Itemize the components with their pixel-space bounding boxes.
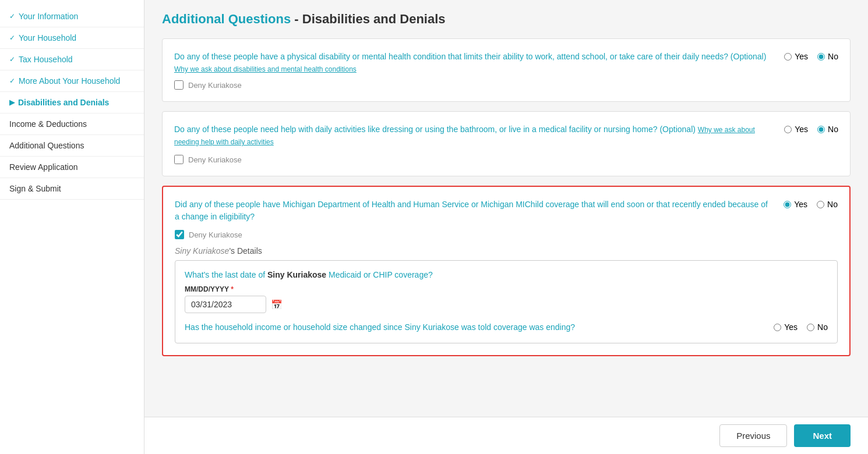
michigan-yes-label: Yes xyxy=(794,200,807,209)
sidebar-item-additional-questions[interactable]: Additional Questions xyxy=(0,135,144,157)
michigan-question-text: Did any of these people have Michigan De… xyxy=(175,200,768,221)
income-radio-group: Yes No xyxy=(774,321,828,332)
question-1-checkbox-row: Deny Kuriakose xyxy=(174,80,838,90)
question-1-yes-radio[interactable] xyxy=(784,53,792,61)
sidebar-label-tax-household: Tax Household xyxy=(19,55,73,64)
income-yes-radio[interactable] xyxy=(774,324,781,331)
sidebar-label-your-household: Your Household xyxy=(19,33,76,42)
question-1-no-radio[interactable] xyxy=(817,53,825,61)
sidebar-label-income-deductions: Income & Deductions xyxy=(9,119,87,129)
question-1-checkbox[interactable] xyxy=(174,80,184,90)
arrow-icon: ▶ xyxy=(9,98,15,107)
date-input[interactable] xyxy=(185,296,266,313)
michigan-checkbox-row: Deny Kuriakose xyxy=(175,230,838,239)
sidebar-item-income-deductions[interactable]: Income & Deductions xyxy=(0,114,144,135)
question-2-why-link[interactable]: Why we ask about needing help with daily… xyxy=(174,126,755,146)
sidebar-label-review-application: Review Application xyxy=(9,162,78,172)
sidebar-item-review-application[interactable]: Review Application xyxy=(0,157,144,178)
sidebar-label-your-information: Your Information xyxy=(19,12,78,21)
page-title-rest: - Disabilities and Denials xyxy=(291,12,445,26)
coverage-person-inline: Siny Kuriakose xyxy=(267,270,326,279)
question-2-checkbox-row: Deny Kuriakose xyxy=(174,155,838,164)
question-1-radio-group: Yes No xyxy=(784,51,838,61)
michigan-no-option[interactable]: No xyxy=(817,200,838,209)
sidebar-item-your-household[interactable]: ✓ Your Household xyxy=(0,27,144,49)
question-1-why-link[interactable]: Why we ask about disabilities and mental… xyxy=(174,65,766,73)
page-title: Additional Questions - Disabilities and … xyxy=(162,12,851,27)
michigan-yes-option[interactable]: Yes xyxy=(784,200,807,209)
checkmark-icon: ✓ xyxy=(9,55,15,63)
question-1-checkbox-label: Deny Kuriakose xyxy=(188,81,242,90)
previous-button[interactable]: Previous xyxy=(719,424,787,447)
details-inner-box: What's the last date of Siny Kuriakose M… xyxy=(175,260,838,343)
michigan-checkbox[interactable] xyxy=(175,230,184,239)
next-button[interactable]: Next xyxy=(794,424,851,447)
footer: Previous Next xyxy=(144,417,868,454)
calendar-icon[interactable]: 📅 xyxy=(271,299,283,310)
question-2-text: Do any of these people need help with da… xyxy=(174,125,755,146)
sidebar-label-additional-questions: Additional Questions xyxy=(9,141,84,150)
michigan-no-radio[interactable] xyxy=(817,201,824,208)
checkmark-icon: ✓ xyxy=(9,77,15,85)
question-2-checkbox[interactable] xyxy=(174,155,184,164)
main-content: Additional Questions - Disabilities and … xyxy=(144,0,868,454)
sidebar: ✓ Your Information ✓ Your Household ✓ Ta… xyxy=(0,0,144,454)
michigan-radio-group: Yes No xyxy=(784,198,838,209)
question-2-radio-group: Yes No xyxy=(784,123,838,134)
question-2-no-label: No xyxy=(828,125,838,134)
page-title-highlight: Additional Questions xyxy=(162,12,291,26)
michigan-yes-radio[interactable] xyxy=(784,201,791,208)
question-1-no-label: No xyxy=(828,52,838,61)
michigan-checkbox-label: Deny Kuriakose xyxy=(189,230,242,239)
question-1-text: Do any of these people have a physical d… xyxy=(174,52,766,61)
income-question-row: Has the household income or household si… xyxy=(185,321,828,334)
sidebar-item-sign-submit[interactable]: Sign & Submit xyxy=(0,178,144,200)
sidebar-item-your-information[interactable]: ✓ Your Information xyxy=(0,6,144,27)
coverage-question: What's the last date of Siny Kuriakose M… xyxy=(185,270,828,279)
income-no-option[interactable]: No xyxy=(807,322,828,332)
person-name-details: Siny Kuriakose xyxy=(175,246,229,256)
question-2-checkbox-label: Deny Kuriakose xyxy=(188,155,242,164)
checkmark-icon: ✓ xyxy=(9,12,15,20)
question-2-no-radio[interactable] xyxy=(817,126,825,133)
sidebar-label-disabilities-denials: Disabilities and Denials xyxy=(18,98,109,107)
income-question-text: Has the household income or household si… xyxy=(185,321,768,334)
question-2-yes-label: Yes xyxy=(795,125,808,134)
date-input-row: 📅 xyxy=(185,296,828,313)
income-no-label: No xyxy=(817,322,828,332)
michigan-question-card: Did any of these people have Michigan De… xyxy=(162,186,851,356)
sidebar-label-sign-submit: Sign & Submit xyxy=(9,184,61,193)
question-2-text-block: Do any of these people need help with da… xyxy=(174,123,772,148)
required-star: * xyxy=(231,285,234,293)
sidebar-item-tax-household[interactable]: ✓ Tax Household xyxy=(0,49,144,70)
question-2-yes-radio[interactable] xyxy=(784,126,792,133)
question-1-yes-option[interactable]: Yes xyxy=(784,52,808,61)
question-2-no-option[interactable]: No xyxy=(817,125,838,134)
sidebar-item-more-about-household[interactable]: ✓ More About Your Household xyxy=(0,70,144,92)
income-yes-option[interactable]: Yes xyxy=(774,322,798,332)
question-1-card: Do any of these people have a physical d… xyxy=(162,38,851,102)
sidebar-item-disabilities-denials[interactable]: ▶ Disabilities and Denials xyxy=(0,92,144,114)
question-2-yes-option[interactable]: Yes xyxy=(784,125,808,134)
question-2-card: Do any of these people need help with da… xyxy=(162,111,851,176)
income-yes-label: Yes xyxy=(784,322,798,332)
question-1-yes-label: Yes xyxy=(795,52,808,61)
michigan-no-label: No xyxy=(827,200,838,209)
checkmark-icon: ✓ xyxy=(9,34,15,42)
michigan-question-text-block: Did any of these people have Michigan De… xyxy=(175,198,772,223)
date-label: MM/DD/YYYY * xyxy=(185,285,828,293)
details-label: Siny Kuriakose's Details xyxy=(175,246,838,256)
question-1-no-option[interactable]: No xyxy=(817,52,838,61)
question-1-text-block: Do any of these people have a physical d… xyxy=(174,51,766,73)
details-title-text: 's Details xyxy=(229,246,262,256)
income-no-radio[interactable] xyxy=(807,324,814,331)
sidebar-label-more-about-household: More About Your Household xyxy=(19,76,120,86)
